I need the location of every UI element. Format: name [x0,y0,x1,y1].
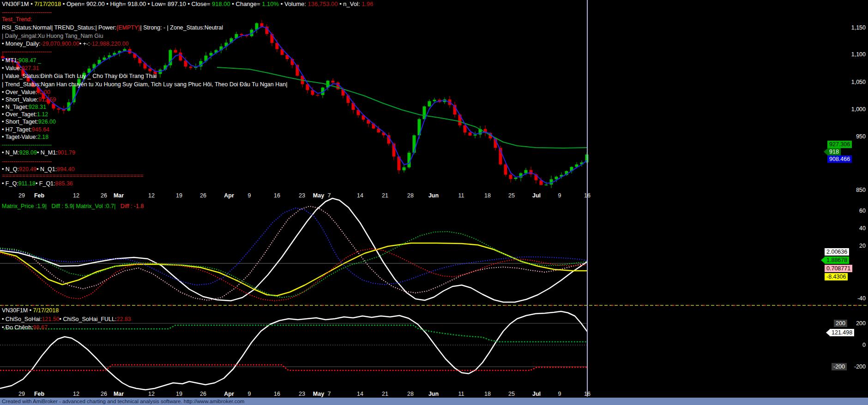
x-axis-tick-label: 16 [584,192,591,199]
y-axis-tick-label: 1,050 [833,78,866,86]
info-line: RSI_Status:Normal| TREND_Status:| Power:… [2,24,223,31]
text-segment: -------------------------- [2,48,52,55]
x-axis-tick-label: 28 [407,192,414,199]
text-segment: Matrix_Price :1.9| [2,203,47,209]
osc-red-line [0,365,587,370]
x-axis-tick-label: 9 [558,192,561,199]
text-segment: • ChiSo_SoHai_FULL: [60,316,117,322]
x-axis-tick-label: 26 [101,192,107,199]
text-segment: | Value_Status:Đinh Gia Tich Luy _ Cho T… [2,73,157,79]
text-segment: • Value: [2,65,21,71]
x-axis-tick-label: Mar [114,391,124,397]
text-segment: • N_Q1: [36,166,57,173]
text-segment: -1.00 [37,89,50,95]
x-axis-tick-label: 21 [382,391,388,397]
matrix-blue-line [0,208,587,285]
candle-body [413,135,416,153]
x-axis-tick-label: 23 [299,192,305,199]
price-ma-slow-line [217,67,587,148]
info-line: -------------------------- [2,9,52,16]
candle-body [469,132,472,136]
text-segment: -29,070,900.00 [41,41,79,47]
x-axis-tick-label: 9 [248,192,251,199]
text-segment: • Đo Chênh: [2,324,33,331]
text-segment: • N_Q: [2,166,19,173]
info-line: | Trend_Status:Ngan Han chuyên tu Xu Huo… [2,81,287,88]
text-segment: -------------------------- [2,9,52,16]
text-segment: | Daily_singal:Xu Huong Tang_Nam Giu [2,33,103,39]
x-axis-tick-label: 26 [200,192,206,199]
text-segment: • N_Taget: [2,104,29,110]
text-segment: Diff : -1.8 [115,203,144,209]
x-axis-tick-label: Jul [532,391,541,397]
x-axis-tick-label: 29 [18,391,25,397]
text-segment: • Short_Taget: [2,119,38,125]
text-segment: Matrix_Vol :0.7| [74,203,115,209]
x-axis-tick-label: 14 [357,192,363,199]
candle-body [545,185,548,185]
footer-text: Created with AmiBroker - advanced charti… [2,399,244,404]
candle-body [57,108,60,109]
x-axis-tick-label: 26 [101,391,107,397]
candle-body [271,34,274,43]
text-segment: 911.18 [18,180,36,187]
x-axis-tick-label: 23 [299,391,305,397]
matrix-title-line: Matrix_Price :1.9| Diff : 5.9| Matrix_Vo… [2,202,144,210]
text-segment: 1.12 [37,111,48,118]
x-axis-tick-label: 19 [176,192,182,199]
candle-body [524,170,528,173]
info-line: • N_Taget:928.31 [2,103,46,111]
value-marker-badge: 2.00636 [825,248,849,256]
text-segment: • F_Q1: [36,180,55,187]
x-axis-tick-label: 18 [484,391,491,397]
x-axis-tick-label: 12 [73,391,79,397]
candle-body [433,100,436,101]
text-segment: 121.50 [42,316,59,322]
y-axis-tick-label: 1,000 [833,106,866,113]
x-axis-tick-label: 25 [508,192,515,199]
info-line: • Over_Taget:1.12 [2,111,48,118]
text-segment: • Short_Value: [2,96,38,103]
x-axis-tick-label: 16 [584,391,591,397]
info-line: | Value_Status:Đinh Gia Tich Luy _ Cho T… [2,72,157,80]
text-segment: 98.67 [33,324,48,331]
x-axis-tick-label: 16 [274,192,280,199]
matrix-pink-line [0,206,587,300]
text-segment: VN30F1M [2,0,30,7]
y-axis-tick-label: 1,100 [833,51,866,58]
value-marker-badge: 200 [834,320,847,327]
info-line: • Short_Value:912.59 [2,96,56,103]
info-line: • F_Q:911.18• F_Q1:885.36 [2,180,73,187]
x-axis-tick-label: 9 [558,391,561,397]
info-line: • Money_Daily:-29,070,900.00• +-:-12,988… [2,40,129,48]
text-segment: • Over_Value: [2,89,37,95]
candle-body [316,95,319,96]
text-segment: 7/17/2018 [34,0,61,7]
x-axis-tick-label: 11 [458,391,464,397]
y-axis-tick-label: 40 [833,225,866,232]
x-axis-tick-label: Apr [224,192,234,199]
text-segment: • H7_Taget: [2,126,32,133]
text-segment: • Taget-Value: [2,134,37,140]
matrix-white-line [0,198,587,302]
info-line: -------------------------- [2,48,52,55]
x-axis-tick-label: 7 [328,391,331,397]
text-segment: _ [36,57,41,64]
text-segment: • N_M: [2,149,19,156]
info-line: | Daily_singal:Xu Huong Tang_Nam Giu [2,32,103,40]
y-axis-tick-label: 850 [833,186,866,194]
info-line: • Taget-Value:2.18 [2,133,48,141]
x-axis-tick-label: Feb [34,192,44,199]
text-segment: • Over_Taget: [2,111,37,118]
text-segment: -------------------------- [2,142,52,148]
text-segment: 908.47 [18,57,36,64]
text-segment: 22.83 [117,316,131,322]
text-segment: • +-: [79,41,90,47]
badge-arrow-icon [821,257,825,263]
info-line: • Short_Taget:926.00 [2,118,56,125]
text-segment: 927.31 [21,65,39,71]
oscillator-title-line: VN30F1M • 7/17/2018 [2,307,59,314]
text-segment: {EMPTY} [116,24,140,31]
candle-body [514,178,518,179]
chart-canvas[interactable] [0,0,868,398]
